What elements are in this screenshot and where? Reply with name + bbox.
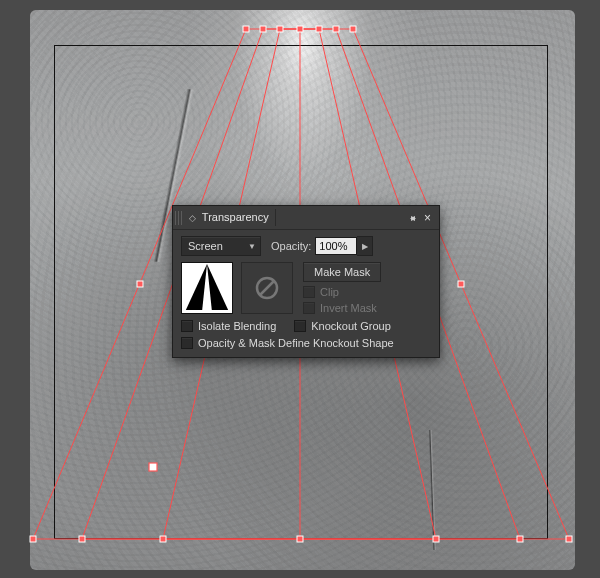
opacity-stepper[interactable]: ▶ — [357, 236, 373, 256]
panel-title: Transparency — [202, 211, 269, 223]
blend-mode-dropdown[interactable]: Screen ▼ — [181, 236, 261, 256]
illustrator-canvas[interactable]: Transparency ◂▸ × Screen ▼ Opacity: ▶ — [0, 0, 600, 578]
crack-decoration — [418, 429, 446, 550]
knockout-group-checkbox[interactable] — [294, 320, 306, 332]
clip-checkbox — [303, 286, 315, 298]
panel-grip[interactable] — [175, 211, 183, 225]
svg-line-26 — [260, 281, 274, 295]
panel-header[interactable]: Transparency ◂▸ × — [173, 206, 439, 230]
invert-mask-checkbox-row: Invert Mask — [303, 302, 381, 314]
opacity-mask-knockout-row[interactable]: Opacity & Mask Define Knockout Shape — [181, 337, 431, 349]
close-icon[interactable]: × — [420, 211, 435, 225]
opacity-label: Opacity: — [271, 240, 311, 252]
transparency-panel[interactable]: Transparency ◂▸ × Screen ▼ Opacity: ▶ — [172, 205, 440, 358]
panel-tab-transparency[interactable]: Transparency — [185, 209, 276, 226]
panel-body: Screen ▼ Opacity: ▶ — [173, 230, 439, 357]
knockout-group-row[interactable]: Knockout Group — [294, 320, 391, 332]
panel-menu-icon[interactable]: ◂▸ — [410, 212, 412, 223]
mask-thumbnail[interactable] — [241, 262, 293, 314]
chevron-down-icon: ▼ — [248, 242, 256, 251]
invert-mask-checkbox — [303, 302, 315, 314]
blend-mode-value: Screen — [188, 240, 223, 252]
isolate-blending-checkbox[interactable] — [181, 320, 193, 332]
arrow-right-icon: ▶ — [362, 242, 368, 251]
isolate-blending-row[interactable]: Isolate Blending — [181, 320, 276, 332]
opacity-input[interactable] — [315, 237, 357, 255]
opacity-mask-knockout-checkbox[interactable] — [181, 337, 193, 349]
clip-checkbox-row: Clip — [303, 286, 381, 298]
cone-preview-icon — [182, 262, 232, 313]
object-thumbnail[interactable] — [181, 262, 233, 314]
make-mask-button[interactable]: Make Mask — [303, 262, 381, 282]
no-mask-icon — [254, 275, 280, 301]
